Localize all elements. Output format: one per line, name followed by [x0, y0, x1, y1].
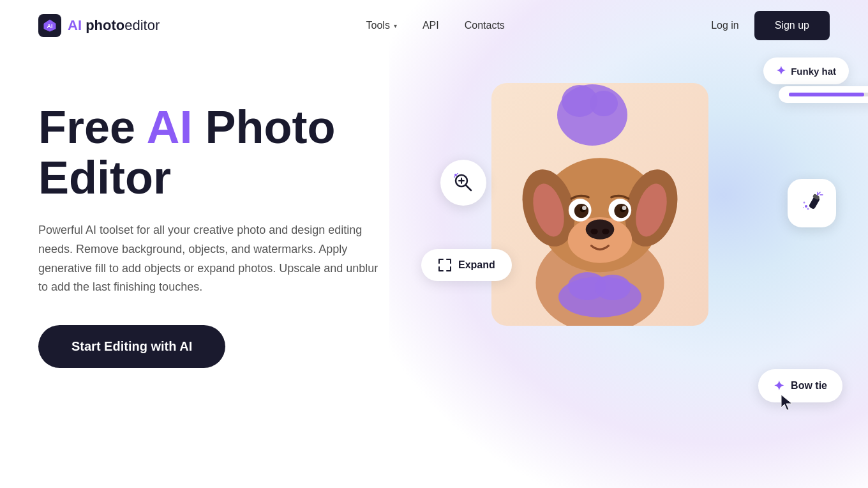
svg-text:AI: AI [47, 23, 53, 29]
title-ai: AI [146, 102, 192, 153]
navbar: AI AI photoeditor Tools ▾ API Contacts L… [0, 0, 868, 51]
nav-tools[interactable]: Tools ▾ [366, 20, 397, 31]
cursor-icon [779, 393, 795, 415]
bowtie-label: Bow tie [791, 380, 827, 392]
title-free: Free [38, 102, 146, 153]
nav-links: Tools ▾ API Contacts [366, 20, 505, 31]
nav-api[interactable]: API [423, 20, 439, 31]
hero-title: Free AI PhotoEditor [38, 102, 396, 203]
logo-text: AI photoeditor [68, 17, 160, 34]
tools-chevron-icon: ▾ [394, 22, 397, 29]
nav-contacts[interactable]: Contacts [465, 20, 505, 31]
start-editing-button[interactable]: Start Editing with AI [38, 325, 225, 368]
hero-text: Free AI PhotoEditor Powerful AI toolset … [38, 89, 396, 368]
logo[interactable]: AI AI photoeditor [38, 14, 160, 37]
signup-button[interactable]: Sign up [754, 11, 830, 40]
login-button[interactable]: Log in [711, 20, 739, 31]
nav-actions: Log in Sign up [711, 11, 830, 40]
hero-description: Powerful AI toolset for all your creativ… [38, 221, 383, 297]
bowtie-bubble: ✦ Bow tie [758, 369, 842, 402]
bowtie-sparkle-icon: ✦ [774, 378, 784, 393]
main-content: Free AI PhotoEditor Powerful AI toolset … [0, 51, 868, 368]
logo-icon: AI [38, 14, 61, 37]
